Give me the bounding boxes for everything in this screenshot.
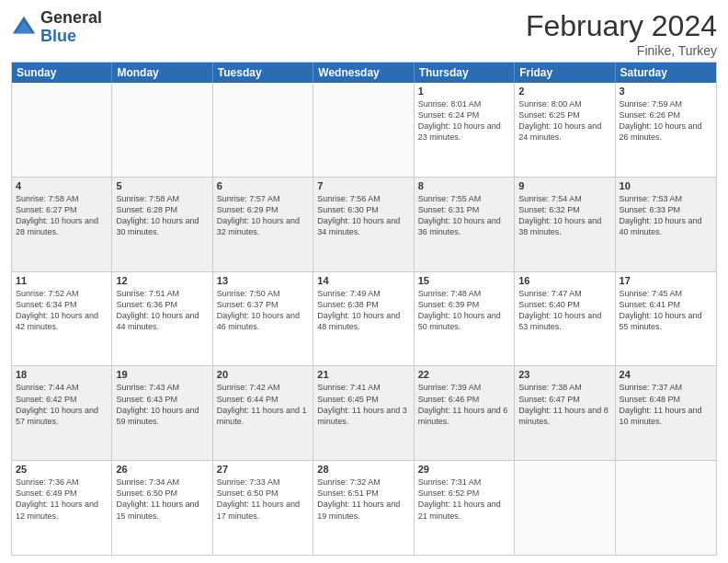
calendar: SundayMondayTuesdayWednesdayThursdayFrid… [11, 62, 717, 556]
table-row: 25Sunrise: 7:36 AM Sunset: 6:49 PM Dayli… [12, 461, 112, 555]
day-info: Sunrise: 7:48 AM Sunset: 6:39 PM Dayligh… [418, 288, 510, 333]
table-row: 6Sunrise: 7:57 AM Sunset: 6:29 PM Daylig… [213, 178, 313, 271]
day-info: Sunrise: 7:44 AM Sunset: 6:42 PM Dayligh… [16, 382, 108, 427]
table-row [112, 83, 212, 177]
cal-week-1: 4Sunrise: 7:58 AM Sunset: 6:27 PM Daylig… [12, 177, 716, 271]
day-number: 2 [518, 86, 610, 97]
table-row: 23Sunrise: 7:38 AM Sunset: 6:47 PM Dayli… [515, 366, 615, 460]
day-number: 23 [518, 369, 610, 380]
table-row: 20Sunrise: 7:42 AM Sunset: 6:44 PM Dayli… [213, 366, 313, 460]
cal-header-sunday: Sunday [12, 63, 112, 83]
day-info: Sunrise: 7:59 AM Sunset: 6:26 PM Dayligh… [620, 98, 712, 144]
table-row: 12Sunrise: 7:51 AM Sunset: 6:36 PM Dayli… [112, 272, 212, 366]
day-number: 12 [116, 275, 208, 286]
day-info: Sunrise: 7:52 AM Sunset: 6:34 PM Dayligh… [16, 288, 108, 333]
table-row [616, 461, 716, 555]
cal-week-0: 1Sunrise: 8:01 AM Sunset: 6:24 PM Daylig… [12, 83, 716, 177]
table-row: 4Sunrise: 7:58 AM Sunset: 6:27 PM Daylig… [12, 178, 112, 271]
day-number: 17 [620, 275, 712, 286]
cal-week-3: 18Sunrise: 7:44 AM Sunset: 6:42 PM Dayli… [12, 365, 716, 460]
calendar-subtitle: Finike, Turkey [526, 43, 717, 58]
table-row: 11Sunrise: 7:52 AM Sunset: 6:34 PM Dayli… [12, 272, 112, 366]
day-number: 13 [217, 275, 309, 286]
cal-header-friday: Friday [515, 63, 615, 83]
day-info: Sunrise: 7:42 AM Sunset: 6:44 PM Dayligh… [217, 382, 309, 427]
day-number: 24 [620, 369, 712, 380]
day-info: Sunrise: 7:55 AM Sunset: 6:31 PM Dayligh… [418, 193, 510, 238]
page: General Blue February 2024 Finike, Turke… [0, 0, 728, 563]
day-number: 22 [418, 369, 510, 380]
table-row: 10Sunrise: 7:53 AM Sunset: 6:33 PM Dayli… [616, 178, 716, 271]
table-row: 14Sunrise: 7:49 AM Sunset: 6:38 PM Dayli… [313, 272, 414, 366]
table-row [515, 461, 615, 555]
table-row: 19Sunrise: 7:43 AM Sunset: 6:43 PM Dayli… [112, 366, 212, 460]
cal-header-wednesday: Wednesday [313, 63, 414, 83]
table-row: 22Sunrise: 7:39 AM Sunset: 6:46 PM Dayli… [415, 366, 515, 460]
day-number: 25 [16, 464, 108, 475]
day-number: 11 [16, 275, 108, 286]
table-row: 8Sunrise: 7:55 AM Sunset: 6:31 PM Daylig… [415, 178, 515, 271]
day-number: 20 [217, 369, 309, 380]
day-info: Sunrise: 7:43 AM Sunset: 6:43 PM Dayligh… [116, 382, 208, 427]
day-number: 14 [317, 275, 409, 286]
day-number: 6 [217, 180, 309, 191]
day-number: 18 [16, 369, 108, 380]
day-number: 7 [317, 180, 409, 191]
day-number: 1 [418, 86, 510, 97]
table-row: 18Sunrise: 7:44 AM Sunset: 6:42 PM Dayli… [12, 366, 112, 460]
table-row [12, 83, 112, 177]
day-info: Sunrise: 7:47 AM Sunset: 6:40 PM Dayligh… [518, 288, 610, 333]
logo-general: General [40, 9, 102, 28]
day-info: Sunrise: 7:41 AM Sunset: 6:45 PM Dayligh… [317, 382, 409, 427]
day-info: Sunrise: 7:31 AM Sunset: 6:52 PM Dayligh… [418, 477, 510, 522]
day-info: Sunrise: 7:34 AM Sunset: 6:50 PM Dayligh… [116, 477, 208, 522]
day-info: Sunrise: 7:45 AM Sunset: 6:41 PM Dayligh… [620, 288, 712, 333]
cal-header-tuesday: Tuesday [213, 63, 313, 83]
day-number: 15 [418, 275, 510, 286]
day-number: 4 [16, 180, 108, 191]
table-row: 24Sunrise: 7:37 AM Sunset: 6:48 PM Dayli… [616, 366, 716, 460]
day-info: Sunrise: 7:56 AM Sunset: 6:30 PM Dayligh… [317, 193, 409, 238]
day-number: 3 [620, 86, 712, 97]
day-info: Sunrise: 7:51 AM Sunset: 6:36 PM Dayligh… [116, 288, 208, 333]
table-row: 17Sunrise: 7:45 AM Sunset: 6:41 PM Dayli… [616, 272, 716, 366]
day-number: 27 [217, 464, 309, 475]
cal-header-monday: Monday [112, 63, 212, 83]
day-number: 19 [116, 369, 208, 380]
table-row: 1Sunrise: 8:01 AM Sunset: 6:24 PM Daylig… [415, 83, 515, 177]
header: General Blue February 2024 Finike, Turke… [11, 9, 717, 58]
cal-header-saturday: Saturday [616, 63, 716, 83]
day-number: 9 [518, 180, 610, 191]
cal-header-thursday: Thursday [415, 63, 515, 83]
table-row: 13Sunrise: 7:50 AM Sunset: 6:37 PM Dayli… [213, 272, 313, 366]
calendar-header-row: SundayMondayTuesdayWednesdayThursdayFrid… [12, 63, 716, 83]
day-info: Sunrise: 7:49 AM Sunset: 6:38 PM Dayligh… [317, 288, 409, 333]
table-row: 16Sunrise: 7:47 AM Sunset: 6:40 PM Dayli… [515, 272, 615, 366]
day-info: Sunrise: 8:00 AM Sunset: 6:25 PM Dayligh… [518, 98, 610, 144]
day-number: 26 [116, 464, 208, 475]
table-row [213, 83, 313, 177]
calendar-body: 1Sunrise: 8:01 AM Sunset: 6:24 PM Daylig… [12, 83, 716, 555]
day-info: Sunrise: 7:53 AM Sunset: 6:33 PM Dayligh… [620, 193, 712, 238]
day-number: 28 [317, 464, 409, 475]
day-info: Sunrise: 8:01 AM Sunset: 6:24 PM Dayligh… [418, 98, 510, 144]
table-row: 3Sunrise: 7:59 AM Sunset: 6:26 PM Daylig… [616, 83, 716, 177]
day-info: Sunrise: 7:39 AM Sunset: 6:46 PM Dayligh… [418, 382, 510, 427]
day-info: Sunrise: 7:38 AM Sunset: 6:47 PM Dayligh… [518, 382, 610, 427]
logo-icon [11, 15, 37, 40]
table-row: 27Sunrise: 7:33 AM Sunset: 6:50 PM Dayli… [213, 461, 313, 555]
day-number: 5 [116, 180, 208, 191]
logo-text: General Blue [40, 9, 102, 46]
day-info: Sunrise: 7:32 AM Sunset: 6:51 PM Dayligh… [317, 477, 409, 522]
day-number: 16 [518, 275, 610, 286]
table-row: 5Sunrise: 7:58 AM Sunset: 6:28 PM Daylig… [112, 178, 212, 271]
table-row [313, 83, 414, 177]
day-info: Sunrise: 7:58 AM Sunset: 6:28 PM Dayligh… [116, 193, 208, 238]
day-number: 8 [418, 180, 510, 191]
day-info: Sunrise: 7:58 AM Sunset: 6:27 PM Dayligh… [16, 193, 108, 238]
table-row: 2Sunrise: 8:00 AM Sunset: 6:25 PM Daylig… [515, 83, 615, 177]
day-info: Sunrise: 7:36 AM Sunset: 6:49 PM Dayligh… [16, 477, 108, 522]
day-info: Sunrise: 7:50 AM Sunset: 6:37 PM Dayligh… [217, 288, 309, 333]
day-info: Sunrise: 7:57 AM Sunset: 6:29 PM Dayligh… [217, 193, 309, 238]
table-row: 26Sunrise: 7:34 AM Sunset: 6:50 PM Dayli… [112, 461, 212, 555]
